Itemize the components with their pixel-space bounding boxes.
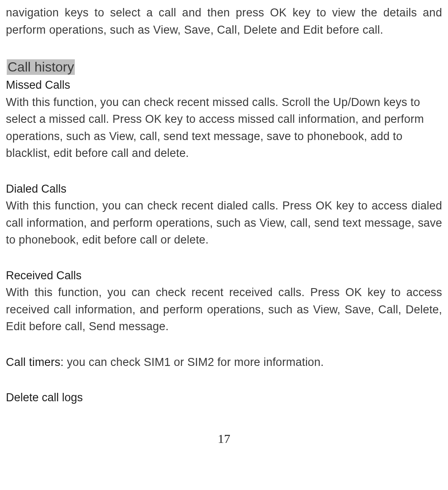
body-missed-calls: With this function, you can check recent… [6, 94, 442, 162]
body-received-calls: With this function, you can check recent… [6, 284, 442, 335]
heading-dialed-calls: Dialed Calls [6, 180, 442, 198]
body-dialed-calls: With this function, you can check recent… [6, 197, 442, 249]
section-title-call-history: Call history [7, 59, 75, 75]
body-call-timers: Call timers: you can check SIM1 or SIM2 … [6, 354, 442, 371]
intro-paragraph: navigation keys to select a call and the… [6, 4, 442, 38]
page-number: 17 [6, 432, 442, 446]
text-call-timers: you can check SIM1 or SIM2 for more info… [67, 356, 324, 368]
label-call-timers: Call timers: [6, 356, 67, 368]
heading-delete-call-logs: Delete call logs [6, 389, 442, 406]
heading-received-calls: Received Calls [6, 267, 442, 284]
document-page: navigation keys to select a call and the… [0, 0, 448, 454]
section-title-wrapper: Call history [6, 59, 442, 77]
heading-missed-calls: Missed Calls [6, 77, 442, 94]
